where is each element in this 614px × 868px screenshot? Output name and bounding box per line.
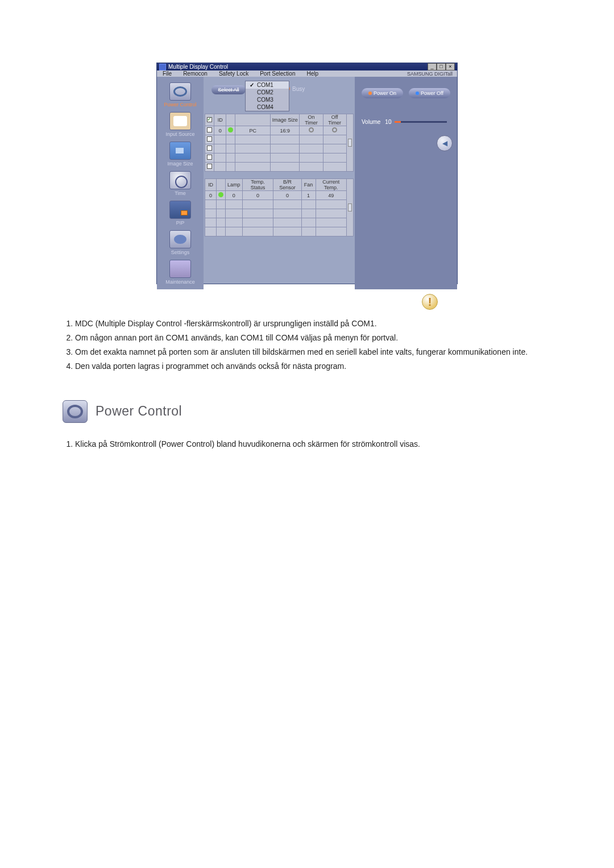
section-title: Power Control	[96, 404, 182, 419]
table-row[interactable]	[205, 135, 354, 144]
dot-icon	[416, 92, 419, 95]
sidebar-item-label: Power Control	[164, 102, 196, 107]
sidebar-item-label: Input Source	[165, 131, 194, 137]
port-option-com4[interactable]: COM4	[246, 103, 289, 111]
input-source-icon	[169, 112, 191, 130]
status-dot-icon	[218, 192, 223, 197]
alert-icon: !	[422, 294, 438, 310]
table-row[interactable]	[205, 218, 354, 227]
menu-bar: File Remocon Safety Lock Port Selection …	[157, 70, 457, 77]
time-icon	[169, 171, 191, 189]
col-id: ID	[214, 114, 226, 126]
display-grid: ID Image Size On Timer Off Timer 0 PC 16…	[205, 114, 354, 172]
window-title: Multiple Display Control	[168, 64, 228, 70]
timer-off-icon	[309, 127, 314, 132]
table-row[interactable]	[205, 209, 354, 218]
window-titlebar: Multiple Display Control _ □ ×	[157, 63, 457, 70]
sidebar-item-power-control[interactable]: Power Control	[160, 82, 200, 107]
row-checkbox[interactable]	[207, 155, 212, 160]
port-option-com1[interactable]: ✓COM1	[246, 81, 289, 89]
volume-icon[interactable]: ◀	[437, 135, 453, 151]
col-lamp: Lamp	[225, 179, 242, 191]
check-icon: ✓	[249, 82, 255, 88]
menu-safety-lock[interactable]: Safety Lock	[213, 70, 254, 77]
volume-slider[interactable]	[395, 121, 447, 123]
sidebar-item-settings[interactable]: Settings	[160, 230, 200, 255]
list-item: Klicka på Strömkontroll (Power Control) …	[75, 439, 551, 450]
port-selection-dropdown: ✓COM1 COM2 COM3 COM4	[245, 81, 289, 111]
maintenance-icon	[169, 260, 191, 278]
table-row[interactable]	[205, 144, 354, 153]
port-option-com3[interactable]: COM3	[246, 96, 289, 103]
maximize-button[interactable]: □	[437, 63, 446, 70]
col-image-size: Image Size	[271, 114, 300, 126]
col-fan: Fan	[301, 179, 316, 191]
col-current-temp: Current Temp.	[316, 179, 347, 191]
list-item: Den valda porten lagras i programmet och…	[75, 361, 551, 372]
table-row[interactable]	[205, 200, 354, 209]
volume-control: Volume 10	[359, 117, 453, 127]
list-item: MDC (Multiple Display Control -flerskärm…	[75, 318, 551, 329]
row-checkbox[interactable]	[207, 146, 212, 151]
volume-value: 10	[385, 119, 391, 125]
dot-icon	[368, 92, 372, 95]
port-option-com2[interactable]: COM2	[246, 89, 289, 96]
close-button[interactable]: ×	[446, 63, 455, 70]
brand-label: SAMSUNG DIGITall	[407, 71, 457, 77]
sidebar-item-label: PIP	[176, 220, 185, 226]
sidebar-item-image-size[interactable]: Image Size	[160, 142, 200, 167]
volume-label: Volume	[362, 119, 380, 125]
port-notes-list: MDC (Multiple Display Control -flerskärm…	[75, 318, 551, 372]
col-off-timer: Off Timer	[323, 114, 346, 126]
col-source	[235, 114, 271, 126]
table-row[interactable]: 0 0 0 0 1 49	[205, 191, 354, 200]
col-temp-status: Temp. Status	[242, 179, 273, 191]
sidebar-item-input-source[interactable]: Input Source	[160, 112, 200, 137]
sidebar-item-time[interactable]: Time	[160, 171, 200, 196]
table-row[interactable]	[205, 153, 354, 163]
list-item: Om någon annan port än COM1 används, kan…	[75, 333, 551, 343]
table-row[interactable]: 0 PC 16:9	[205, 126, 354, 135]
power-off-button[interactable]: Power Off	[409, 88, 450, 98]
list-item: Om det exakta namnet på porten som är an…	[75, 347, 551, 358]
menu-file[interactable]: File	[157, 70, 177, 77]
grid-header-row: ID Lamp Temp. Status B/R Sensor Fan Curr…	[205, 179, 354, 191]
grid-scrollbar[interactable]	[346, 114, 353, 172]
grid-scrollbar[interactable]	[347, 179, 354, 236]
col-status	[216, 179, 225, 191]
table-row[interactable]	[205, 163, 354, 172]
sidebar-item-label: Time	[175, 190, 186, 196]
mdc-app-window: Multiple Display Control _ □ × File Remo…	[156, 63, 458, 284]
grid-header-row: ID Image Size On Timer Off Timer	[205, 114, 354, 126]
power-on-button[interactable]: Power On	[362, 88, 403, 98]
row-checkbox[interactable]	[207, 127, 212, 132]
power-icon	[63, 400, 88, 423]
col-status	[226, 114, 235, 126]
right-control-panel: Power On Power Off Volume 10 ◀	[355, 77, 457, 289]
menu-help[interactable]: Help	[301, 70, 324, 77]
status-dot-icon	[228, 127, 233, 132]
select-all-button[interactable]: Select All	[211, 85, 246, 94]
power-control-notes-list: Klicka på Strömkontroll (Power Control) …	[75, 439, 551, 450]
pip-icon	[169, 201, 191, 219]
table-row[interactable]	[205, 227, 354, 236]
menu-remocon[interactable]: Remocon	[177, 70, 213, 77]
menu-port-selection[interactable]: Port Selection	[254, 70, 301, 77]
gear-icon	[169, 230, 191, 248]
sidebar-item-pip[interactable]: PIP	[160, 201, 200, 226]
image-size-icon	[169, 142, 191, 160]
sidebar-item-label: Settings	[171, 250, 190, 255]
minimize-button[interactable]: _	[428, 63, 437, 70]
status-grid: ID Lamp Temp. Status B/R Sensor Fan Curr…	[205, 178, 354, 236]
col-br-sensor: B/R Sensor	[273, 179, 302, 191]
col-on-timer: On Timer	[300, 114, 323, 126]
row-checkbox[interactable]	[207, 164, 212, 169]
col-id: ID	[205, 179, 217, 191]
app-icon	[159, 64, 166, 70]
select-all-checkbox[interactable]	[207, 117, 212, 122]
sidebar-item-maintenance[interactable]: Maintenance	[160, 260, 200, 285]
main-sidebar: Power Control Input Source Image Size Ti…	[157, 77, 204, 289]
power-icon	[169, 82, 191, 101]
row-checkbox[interactable]	[207, 136, 212, 142]
sidebar-item-label: Image Size	[167, 161, 193, 167]
